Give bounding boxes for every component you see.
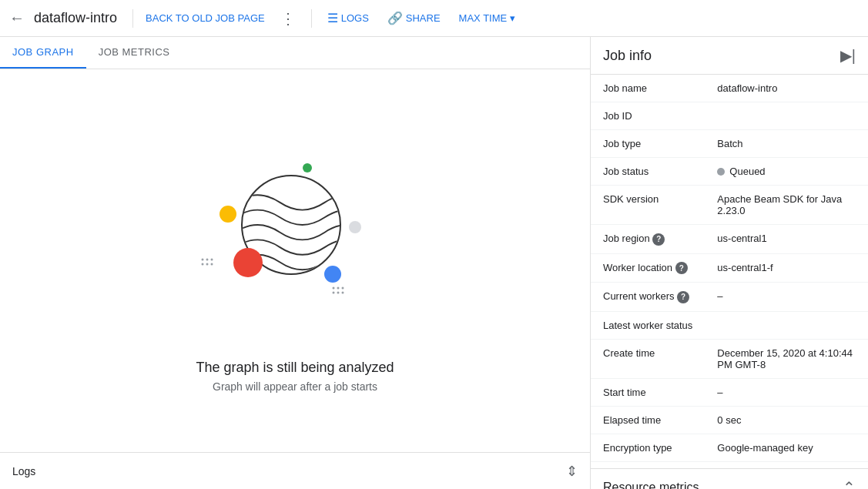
job-info-title: Job info (603, 48, 652, 64)
main-layout: JOB GRAPH JOB METRICS (0, 37, 868, 489)
right-panel: Job info ▶| Job name dataflow-intro Job … (591, 37, 868, 489)
svg-point-3 (202, 263, 204, 266)
job-info-table: Job name dataflow-intro Job ID Job type … (591, 75, 868, 462)
logs-label: Logs (12, 465, 35, 477)
table-row: Job name dataflow-intro (591, 75, 868, 102)
job-type-label: Job type (591, 130, 705, 158)
encryption-type-label: Encryption type (591, 434, 705, 461)
job-name-value: dataflow-intro (705, 75, 868, 102)
latest-worker-status-label: Latest worker status (591, 311, 705, 339)
header-divider-2 (311, 9, 312, 28)
share-button[interactable]: 🔗 SHARE (381, 11, 447, 25)
job-status-label: Job status (591, 158, 705, 186)
job-id-value (705, 102, 868, 130)
panel-close-icon[interactable]: ▶| (840, 46, 856, 65)
dots-pattern-2 (332, 286, 347, 301)
svg-point-7 (337, 287, 340, 290)
help-icon-worker-loc[interactable]: ? (675, 262, 688, 274)
graph-message: The graph is still being analyzed Graph … (196, 360, 394, 393)
latest-worker-status-value (705, 311, 868, 339)
tab-job-graph[interactable]: JOB GRAPH (0, 37, 86, 69)
svg-point-5 (211, 263, 213, 266)
graph-area: The graph is still being analyzed Graph … (0, 69, 590, 452)
dot-yellow (220, 206, 236, 223)
page-title: dataflow-intro (34, 10, 117, 26)
encryption-type-value: Google-managed key (705, 434, 868, 461)
job-region-label: Job region ? (591, 225, 705, 254)
create-time-value: December 15, 2020 at 4:10:44 PM GMT-8 (705, 339, 868, 378)
top-header: ← dataflow-intro BACK TO OLD JOB PAGE ⋮ … (0, 0, 868, 37)
logs-expand-icon[interactable]: ⇕ (566, 463, 578, 480)
help-icon-workers[interactable]: ? (677, 291, 689, 303)
create-time-label: Create time (591, 339, 705, 378)
share-icon: 🔗 (387, 11, 403, 25)
svg-point-6 (333, 287, 335, 290)
table-row: Start time – (591, 378, 868, 406)
start-time-value: – (705, 378, 868, 406)
resource-metrics-title: Resource metrics (603, 481, 699, 490)
table-row: SDK version Apache Beam SDK for Java 2.2… (591, 186, 868, 225)
logs-bar: Logs ⇕ (0, 452, 590, 489)
left-panel: JOB GRAPH JOB METRICS (0, 37, 591, 489)
logs-button[interactable]: ☰ LOGS (321, 11, 375, 25)
graph-message-sub: Graph will appear after a job starts (196, 380, 394, 393)
header-divider-1 (132, 9, 133, 28)
dot-blue (324, 266, 341, 283)
graph-illustration (179, 129, 411, 344)
dots-pattern-1 (201, 258, 216, 273)
elapsed-time-value: 0 sec (705, 406, 868, 434)
elapsed-time-label: Elapsed time (591, 406, 705, 434)
svg-point-10 (337, 292, 340, 294)
job-status-value: Queued (705, 158, 868, 186)
sdk-version-value: Apache Beam SDK for Java 2.23.0 (705, 186, 868, 225)
table-row: Encryption type Google-managed key (591, 434, 868, 461)
resource-metrics-section: Resource metrics ⌃ Current vCPUs ? – (591, 468, 868, 490)
max-time-button[interactable]: MAX TIME ▾ (453, 12, 522, 24)
job-id-redacted (717, 110, 720, 122)
more-icon[interactable]: ⋮ (274, 6, 302, 31)
graph-message-title: The graph is still being analyzed (196, 360, 394, 376)
resource-metrics-header[interactable]: Resource metrics ⌃ (591, 469, 868, 490)
table-row: Job region ? us-central1 (591, 225, 868, 254)
table-row: Job status Queued (591, 158, 868, 186)
right-panel-header: Job info ▶| (591, 37, 868, 75)
svg-point-1 (206, 259, 209, 261)
table-row: Worker location ? us-central1-f (591, 253, 868, 283)
tabs-bar: JOB GRAPH JOB METRICS (0, 37, 590, 69)
dot-gray (349, 221, 361, 233)
back-to-old-job-link[interactable]: BACK TO OLD JOB PAGE (142, 12, 268, 24)
current-workers-value: – (705, 283, 868, 312)
sdk-version-label: SDK version (591, 186, 705, 225)
start-time-label: Start time (591, 378, 705, 406)
job-type-value: Batch (705, 130, 868, 158)
tab-job-metrics[interactable]: JOB METRICS (86, 37, 183, 69)
worker-location-value: us-central1-f (705, 253, 868, 283)
status-dot (717, 168, 725, 176)
job-name-label: Job name (591, 75, 705, 102)
table-row: Job type Batch (591, 130, 868, 158)
table-row: Latest worker status (591, 311, 868, 339)
svg-point-8 (342, 287, 344, 290)
svg-point-4 (206, 263, 209, 266)
table-row: Job ID (591, 102, 868, 130)
resource-metrics-toggle-icon[interactable]: ⌃ (843, 478, 856, 490)
help-icon-region[interactable]: ? (652, 233, 665, 246)
logs-icon: ☰ (327, 11, 338, 25)
table-row: Create time December 15, 2020 at 4:10:44… (591, 339, 868, 378)
table-row: Elapsed time 0 sec (591, 406, 868, 434)
dot-red (233, 248, 263, 277)
chevron-down-icon: ▾ (510, 12, 515, 24)
table-row: Current workers ? – (591, 283, 868, 312)
current-workers-label: Current workers ? (591, 283, 705, 312)
svg-point-2 (211, 259, 213, 261)
svg-point-0 (202, 259, 204, 261)
svg-point-9 (333, 292, 335, 294)
job-id-label: Job ID (591, 102, 705, 130)
svg-point-11 (342, 292, 344, 294)
dot-green (303, 163, 312, 172)
back-icon[interactable]: ← (6, 6, 28, 30)
status-badge: Queued (717, 166, 856, 177)
job-region-value: us-central1 (705, 225, 868, 254)
worker-location-label: Worker location ? (591, 253, 705, 283)
